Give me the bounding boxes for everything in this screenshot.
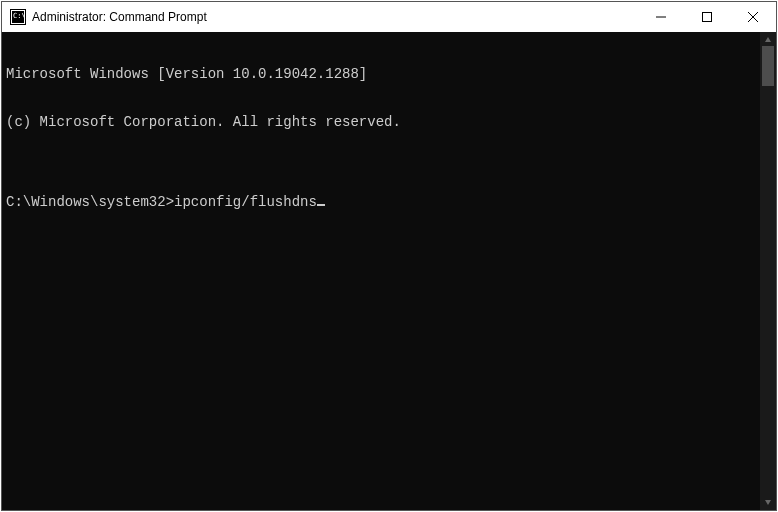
titlebar[interactable]: C:\ Administrator: Command Prompt — [2, 2, 776, 32]
command-prompt-window: C:\ Administrator: Command Prompt Micros… — [1, 1, 777, 511]
client-area: Microsoft Windows [Version 10.0.19042.12… — [2, 32, 776, 510]
cmd-icon: C:\ — [10, 9, 26, 25]
svg-text:C:\: C:\ — [13, 12, 26, 20]
output-line: Microsoft Windows [Version 10.0.19042.12… — [6, 66, 756, 82]
vertical-scrollbar[interactable] — [760, 32, 776, 510]
scroll-up-arrow-icon[interactable] — [762, 34, 774, 46]
scroll-track[interactable] — [760, 46, 776, 496]
minimize-button[interactable] — [638, 2, 684, 32]
text-cursor — [317, 204, 325, 206]
maximize-button[interactable] — [684, 2, 730, 32]
svg-marker-8 — [765, 37, 771, 42]
command-input[interactable]: ipconfig/flushdns — [174, 194, 317, 210]
terminal-output[interactable]: Microsoft Windows [Version 10.0.19042.12… — [2, 32, 760, 510]
prompt-text: C:\Windows\system32> — [6, 194, 174, 210]
window-controls — [638, 2, 776, 32]
prompt-line: C:\Windows\system32>ipconfig/flushdns — [6, 194, 756, 210]
svg-marker-9 — [765, 500, 771, 505]
scroll-thumb[interactable] — [762, 46, 774, 86]
output-line: (c) Microsoft Corporation. All rights re… — [6, 114, 756, 130]
svg-rect-5 — [703, 13, 712, 22]
close-button[interactable] — [730, 2, 776, 32]
scroll-down-arrow-icon[interactable] — [762, 496, 774, 508]
window-title: Administrator: Command Prompt — [32, 10, 638, 24]
